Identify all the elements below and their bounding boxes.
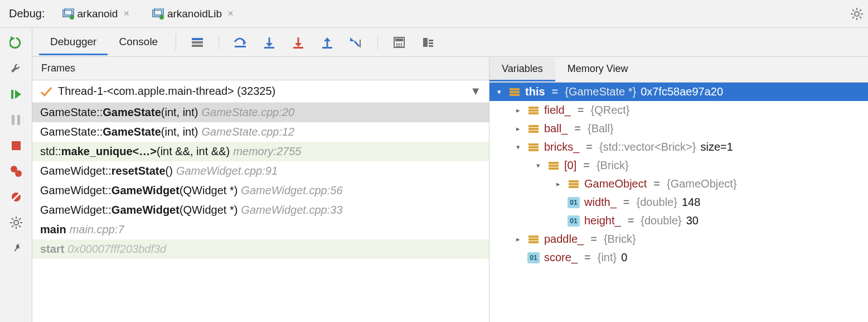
variable-name: score_ <box>544 251 578 264</box>
svg-marker-44 <box>295 43 302 47</box>
chevron-down-icon[interactable]: ▾ <box>513 143 523 151</box>
variable-row[interactable]: ▾this = {GameState *} 0x7fc58ae97a20 <box>489 83 868 101</box>
thread-selector[interactable]: Thread-1-<com.apple.main-thread> (32325)… <box>32 80 489 103</box>
close-icon[interactable]: × <box>227 8 234 20</box>
debug-title: Debug: <box>9 7 45 20</box>
object-icon <box>527 105 540 116</box>
variable-type: {GameObject} <box>667 177 737 190</box>
tab-debugger[interactable]: Debugger <box>39 29 108 55</box>
svg-rect-39 <box>235 46 246 47</box>
variable-name: paddle_ <box>544 233 584 246</box>
evaluate-expression-icon[interactable] <box>391 36 407 49</box>
pin-icon[interactable] <box>9 241 23 256</box>
run-config-label: arkanoidLib <box>167 8 222 20</box>
view-breakpoints-icon[interactable] <box>9 164 23 179</box>
variable-name: bricks_ <box>544 141 579 153</box>
mute-breakpoints-icon[interactable] <box>9 190 23 204</box>
variable-type: {double} <box>637 196 677 209</box>
svg-rect-35 <box>192 38 203 40</box>
svg-marker-15 <box>11 36 15 41</box>
svg-point-59 <box>401 45 403 47</box>
pause-icon[interactable] <box>9 113 23 127</box>
trace-current-icon[interactable] <box>420 36 436 49</box>
svg-rect-66 <box>510 94 520 96</box>
variable-name: width_ <box>584 196 617 209</box>
object-icon <box>547 160 560 171</box>
variable-row[interactable]: ▾[0] = {Brick} <box>489 156 868 175</box>
frame-row[interactable]: std::make_unique<…>(int &&, int &&)memor… <box>32 142 489 161</box>
svg-point-2 <box>70 15 74 20</box>
object-icon <box>568 179 580 190</box>
debug-top-bar: Debug: arkanoid × arkanoidLib × <box>0 0 868 28</box>
tab-variables[interactable]: Variables <box>489 57 555 81</box>
frame-row[interactable]: GameWidget::resetState()GameWidget.cpp:9… <box>32 161 489 181</box>
run-config-tab-arkanoid[interactable]: arkanoid × <box>56 4 135 23</box>
variable-type: {QRect} <box>591 104 630 117</box>
tab-memory-view[interactable]: Memory View <box>555 57 641 81</box>
variable-value: 30 <box>686 214 699 227</box>
variable-row[interactable]: 01width_ = {double} 148 <box>489 193 868 212</box>
svg-rect-80 <box>569 183 579 185</box>
chevron-right-icon[interactable]: ▸ <box>513 124 523 133</box>
frame-row[interactable]: start0x00007fff203bdf3d <box>32 239 489 259</box>
variable-row[interactable]: ▸GameObject = {GameObject} <box>489 175 868 193</box>
stop-icon[interactable] <box>9 138 23 153</box>
variable-row[interactable]: ▸ball_ = {Ball} <box>489 119 868 138</box>
variable-type: {Brick} <box>597 159 629 172</box>
svg-rect-65 <box>510 91 520 93</box>
variable-name: GameObject <box>584 177 647 190</box>
settings-icon[interactable] <box>9 215 23 230</box>
variable-row[interactable]: 01height_ = {double} 30 <box>489 212 868 230</box>
svg-point-22 <box>15 170 22 177</box>
run-config-icon <box>62 8 74 20</box>
svg-rect-81 <box>569 186 579 188</box>
step-over-icon[interactable] <box>232 36 248 49</box>
svg-rect-82 <box>528 236 539 238</box>
chevron-down-icon[interactable]: ▾ <box>533 161 543 170</box>
step-into-icon[interactable] <box>261 36 277 49</box>
svg-rect-48 <box>322 47 332 49</box>
primitive-icon: 01 <box>568 197 580 208</box>
wrench-icon[interactable] <box>9 61 23 76</box>
chevron-down-icon[interactable]: ▾ <box>494 88 504 96</box>
gear-icon[interactable] <box>850 7 864 21</box>
svg-rect-61 <box>429 40 433 41</box>
resume-icon[interactable] <box>9 87 23 102</box>
variable-type: {int} <box>598 251 617 264</box>
variable-type: {double} <box>641 214 681 227</box>
show-execution-point-icon[interactable] <box>190 36 205 49</box>
variable-row[interactable]: 01score_ = {int} 0 <box>489 248 868 267</box>
svg-rect-63 <box>429 45 433 47</box>
chevron-right-icon[interactable]: ▸ <box>513 106 523 114</box>
svg-point-55 <box>399 43 400 45</box>
svg-line-33 <box>12 225 13 227</box>
chevron-right-icon[interactable]: ▸ <box>553 180 563 188</box>
chevron-right-icon[interactable]: ▸ <box>513 235 523 243</box>
thread-label: Thread-1-<com.apple.main-thread> (32325) <box>58 85 275 98</box>
svg-rect-74 <box>528 146 539 148</box>
frame-row[interactable]: GameWidget::GameWidget(QWidget *)GameWid… <box>32 200 489 220</box>
debug-action-strip <box>0 28 32 322</box>
rerun-icon[interactable] <box>9 36 23 50</box>
object-icon <box>527 142 540 153</box>
frame-row[interactable]: GameState::GameState(int, int)GameState.… <box>32 103 489 122</box>
variable-row[interactable]: ▾bricks_ = {std::vector<Brick>} size=1 <box>489 138 868 156</box>
frame-row[interactable]: GameWidget::GameWidget(QWidget *)GameWid… <box>32 181 489 200</box>
svg-line-13 <box>860 9 861 11</box>
force-step-into-icon[interactable] <box>290 36 306 49</box>
close-icon[interactable]: × <box>123 8 129 20</box>
frame-row[interactable]: mainmain.cpp:7 <box>32 220 489 239</box>
frame-row[interactable]: GameState::GameState(int, int)GameState.… <box>32 122 489 142</box>
svg-rect-60 <box>423 38 428 47</box>
run-to-cursor-icon[interactable] <box>348 36 364 49</box>
run-config-tab-arkanoidlib[interactable]: arkanoidLib × <box>146 4 239 23</box>
svg-rect-73 <box>528 143 539 146</box>
chevron-down-icon: ▼ <box>470 85 481 98</box>
frames-list: GameState::GameState(int, int)GameState.… <box>32 103 489 322</box>
variable-row[interactable]: ▸field_ = {QRect} <box>489 101 868 119</box>
variable-row[interactable]: ▸paddle_ = {Brick} <box>489 230 868 248</box>
step-out-icon[interactable] <box>319 36 335 49</box>
tab-console[interactable]: Console <box>108 29 169 55</box>
variable-type: {Ball} <box>588 122 614 135</box>
svg-point-57 <box>396 45 398 47</box>
